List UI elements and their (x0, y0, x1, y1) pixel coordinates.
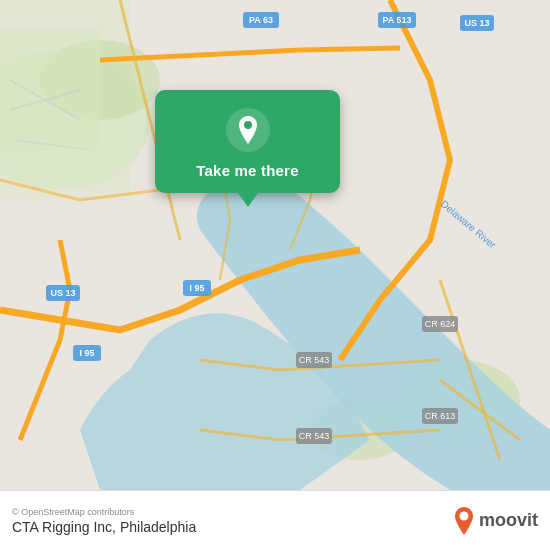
moovit-pin-icon (453, 507, 475, 535)
svg-text:CR 543: CR 543 (299, 431, 330, 441)
popup-card: Take me there (155, 90, 340, 193)
svg-text:I 95: I 95 (79, 348, 94, 358)
take-me-there-button[interactable]: Take me there (196, 162, 298, 179)
svg-text:CR 613: CR 613 (425, 411, 456, 421)
svg-text:PA 63: PA 63 (249, 15, 273, 25)
moovit-brand-text: moovit (479, 510, 538, 531)
svg-text:US 13: US 13 (50, 288, 75, 298)
svg-text:US 13: US 13 (464, 18, 489, 28)
svg-point-32 (244, 121, 252, 129)
bottom-bar: © OpenStreetMap contributors CTA Rigging… (0, 490, 550, 550)
moovit-logo: moovit (453, 507, 538, 535)
location-pin-icon (226, 108, 270, 152)
svg-rect-4 (0, 30, 100, 150)
map-container: PA 63 PA 513 US 13 US 13 I 95 I 95 Delaw… (0, 0, 550, 490)
svg-text:PA 513: PA 513 (382, 15, 411, 25)
location-label: CTA Rigging Inc, Philadelphia (12, 519, 196, 535)
svg-text:CR 543: CR 543 (299, 355, 330, 365)
svg-text:CR 624: CR 624 (425, 319, 456, 329)
bottom-info: © OpenStreetMap contributors CTA Rigging… (12, 507, 196, 535)
svg-point-33 (459, 511, 468, 520)
svg-text:I 95: I 95 (189, 283, 204, 293)
osm-attribution: © OpenStreetMap contributors (12, 507, 196, 517)
